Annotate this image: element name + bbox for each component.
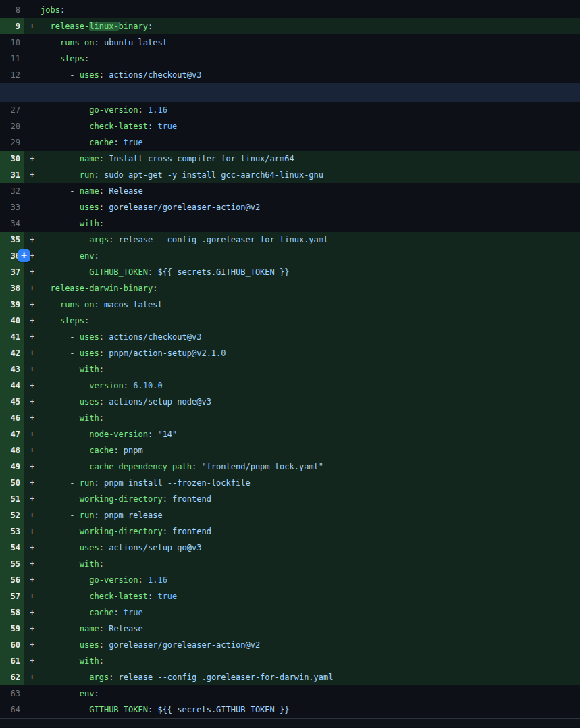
line-number[interactable]: 56 — [0, 572, 24, 588]
line-number[interactable]: 27 — [0, 102, 24, 118]
line-number[interactable]: 42 — [0, 345, 24, 361]
line-number[interactable]: 44 — [0, 378, 24, 394]
line-number[interactable]: 34 — [0, 215, 24, 232]
line-number[interactable]: 12 — [0, 67, 24, 83]
line-number[interactable]: 49 — [0, 459, 24, 475]
code-token: true — [124, 138, 143, 147]
code-token — [41, 689, 80, 698]
code-token: : — [99, 656, 104, 666]
line-number[interactable]: 58 — [0, 604, 24, 621]
line-number[interactable]: 51 — [0, 491, 24, 507]
line-number[interactable]: 39 — [0, 296, 24, 313]
code-token: Install cross-compiler for linux/arm64 — [109, 154, 294, 163]
code-line: runs-on: ubuntu-latest — [41, 34, 167, 51]
line-number[interactable]: 46 — [0, 410, 24, 426]
code-token: goreleaser/goreleaser-action@v2 — [109, 640, 260, 650]
line-number[interactable]: 55 — [0, 556, 24, 572]
line-number[interactable]: 47 — [0, 426, 24, 442]
code-token: : — [109, 673, 118, 682]
diff-add-marker: + — [24, 232, 41, 248]
code-token — [41, 413, 80, 423]
line-number[interactable]: 33 — [0, 199, 24, 215]
code-token: : — [153, 284, 157, 293]
code-line: GITHUB_TOKEN: ${{ secrets.GITHUB_TOKEN }… — [41, 264, 289, 280]
code-token: run — [80, 511, 95, 520]
expand-collapsed-lines-band[interactable] — [0, 83, 580, 102]
code-token: go-version — [89, 105, 138, 115]
code-token — [41, 267, 89, 277]
line-number[interactable]: 45 — [0, 394, 24, 410]
code-token: runs-on — [60, 38, 95, 47]
code-token — [41, 527, 80, 536]
line-number[interactable]: 32 — [0, 183, 24, 199]
code-token: ${{ secrets.GITHUB_TOKEN }} — [157, 705, 289, 714]
diff-add-marker — [24, 118, 41, 134]
code-token: true — [124, 608, 143, 617]
code-line: node-version: "14" — [41, 426, 177, 442]
line-number[interactable]: 63 — [0, 685, 24, 702]
diff-row: 35+ args: release --config .goreleaser-f… — [0, 232, 580, 248]
code-token: - — [41, 70, 80, 80]
code-token: actions/checkout@v3 — [109, 332, 201, 342]
code-line: with: — [41, 215, 104, 232]
line-number[interactable]: 48 — [0, 442, 24, 459]
line-number[interactable]: 64 — [0, 702, 24, 718]
line-number[interactable]: 8 — [0, 2, 24, 18]
diff-row: 59+ - name: Release — [0, 621, 580, 637]
diff-row: 39+ runs-on: macos-latest — [0, 296, 580, 313]
code-token: : — [99, 332, 109, 342]
code-token: 1.16 — [148, 575, 167, 585]
code-line: check-latest: true — [41, 118, 177, 134]
code-token: : — [99, 559, 104, 569]
code-token — [41, 22, 50, 31]
line-number[interactable]: 50 — [0, 475, 24, 491]
diff-add-marker — [24, 215, 41, 232]
file-bottom-divider — [0, 718, 580, 727]
line-number[interactable]: 52 — [0, 507, 24, 523]
diff-add-marker — [24, 702, 41, 718]
diff-add-marker — [24, 183, 41, 199]
diff-row: 31+ run: sudo apt-get -y install gcc-aar… — [0, 167, 580, 183]
diff-row: 38+ release-darwin-binary: — [0, 280, 580, 296]
line-number[interactable]: 37 — [0, 264, 24, 280]
code-token — [41, 592, 89, 601]
line-number[interactable]: 57 — [0, 588, 24, 604]
line-number[interactable]: 31 — [0, 167, 24, 183]
code-token: : — [148, 267, 157, 277]
line-number[interactable]: 38 — [0, 280, 24, 296]
line-number[interactable]: 29 — [0, 134, 24, 151]
diff-add-marker: + — [24, 507, 41, 523]
diff-add-marker: + — [24, 572, 41, 588]
code-token — [41, 219, 80, 228]
line-number[interactable]: 59 — [0, 621, 24, 637]
code-line: check-latest: true — [41, 588, 177, 604]
code-token: - — [41, 397, 80, 407]
line-number[interactable]: 35 — [0, 232, 24, 248]
line-number[interactable]: 54 — [0, 540, 24, 556]
diff-add-marker: + — [24, 588, 41, 604]
line-number[interactable]: 28 — [0, 118, 24, 134]
code-token — [41, 54, 60, 63]
code-line: version: 6.10.0 — [41, 378, 163, 394]
add-comment-button[interactable]: + — [18, 249, 30, 262]
line-number[interactable]: 30 — [0, 151, 24, 167]
line-number[interactable]: 43 — [0, 361, 24, 378]
line-number[interactable]: 62 — [0, 669, 24, 685]
line-number[interactable]: 53 — [0, 523, 24, 540]
line-number[interactable]: 9 — [0, 18, 24, 34]
code-token: true — [157, 122, 177, 131]
line-number[interactable]: 40 — [0, 313, 24, 329]
line-number[interactable]: 11 — [0, 51, 24, 67]
line-number[interactable]: 61 — [0, 653, 24, 669]
code-token: actions/setup-node@v3 — [109, 397, 211, 407]
diff-row: 54+ - uses: actions/setup-go@v3 — [0, 540, 580, 556]
line-number[interactable]: 60 — [0, 637, 24, 653]
code-token — [41, 705, 89, 714]
diff-add-marker: + — [24, 280, 41, 296]
diff-add-marker — [24, 102, 41, 118]
line-number[interactable]: 10 — [0, 34, 24, 51]
code-token — [41, 300, 60, 309]
line-number[interactable]: 41 — [0, 329, 24, 345]
diff-add-marker: + — [24, 329, 41, 345]
code-token: frontend — [172, 494, 211, 504]
